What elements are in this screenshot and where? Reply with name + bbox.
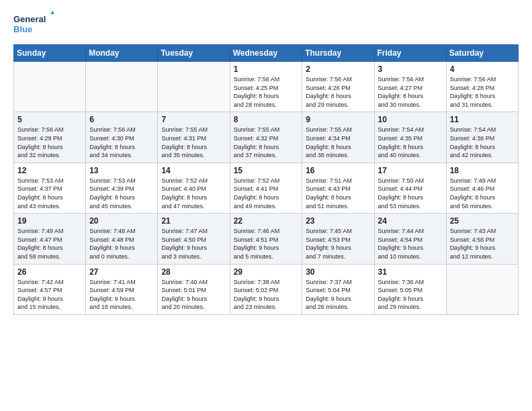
day-number: 29 <box>234 267 299 277</box>
calendar-cell: 31Sunrise: 7:36 AM Sunset: 5:05 PM Dayli… <box>374 264 446 314</box>
day-number: 20 <box>89 216 154 226</box>
day-info: Sunrise: 7:48 AM Sunset: 4:48 PM Dayligh… <box>89 227 154 261</box>
day-info: Sunrise: 7:43 AM Sunset: 4:56 PM Dayligh… <box>450 227 515 261</box>
week-row-2: 5Sunrise: 7:56 AM Sunset: 4:29 PM Daylig… <box>14 112 519 163</box>
calendar-cell <box>446 264 518 314</box>
weekday-header-wednesday: Wednesday <box>230 45 302 62</box>
day-info: Sunrise: 7:42 AM Sunset: 4:57 PM Dayligh… <box>17 278 82 312</box>
day-number: 18 <box>450 166 515 175</box>
calendar-cell: 21Sunrise: 7:47 AM Sunset: 4:50 PM Dayli… <box>158 214 230 264</box>
day-info: Sunrise: 7:56 AM Sunset: 4:28 PM Dayligh… <box>450 75 515 109</box>
svg-text:General: General <box>13 14 46 24</box>
week-row-3: 12Sunrise: 7:53 AM Sunset: 4:37 PM Dayli… <box>14 163 519 213</box>
calendar-cell: 10Sunrise: 7:54 AM Sunset: 4:35 PM Dayli… <box>374 112 446 163</box>
day-info: Sunrise: 7:56 AM Sunset: 4:30 PM Dayligh… <box>89 126 154 159</box>
calendar-cell: 11Sunrise: 7:54 AM Sunset: 4:36 PM Dayli… <box>446 112 518 163</box>
calendar-cell: 30Sunrise: 7:37 AM Sunset: 5:04 PM Dayli… <box>302 264 374 314</box>
calendar-cell: 7Sunrise: 7:55 AM Sunset: 4:31 PM Daylig… <box>158 112 230 163</box>
day-number: 19 <box>17 216 82 226</box>
calendar-cell: 14Sunrise: 7:52 AM Sunset: 4:40 PM Dayli… <box>158 163 230 213</box>
day-number: 21 <box>161 216 226 226</box>
day-number: 13 <box>89 166 154 175</box>
calendar-cell: 4Sunrise: 7:56 AM Sunset: 4:28 PM Daylig… <box>446 62 518 112</box>
day-info: Sunrise: 7:50 AM Sunset: 4:44 PM Dayligh… <box>378 177 443 210</box>
weekday-header-sunday: Sunday <box>14 45 86 62</box>
calendar-cell: 15Sunrise: 7:52 AM Sunset: 4:41 PM Dayli… <box>230 163 302 213</box>
week-row-4: 19Sunrise: 7:49 AM Sunset: 4:47 PM Dayli… <box>14 214 519 264</box>
weekday-header-thursday: Thursday <box>302 45 374 62</box>
calendar-cell: 12Sunrise: 7:53 AM Sunset: 4:37 PM Dayli… <box>14 163 86 213</box>
calendar-cell: 26Sunrise: 7:42 AM Sunset: 4:57 PM Dayli… <box>14 264 86 314</box>
calendar-cell: 24Sunrise: 7:44 AM Sunset: 4:54 PM Dayli… <box>374 214 446 264</box>
calendar-cell: 23Sunrise: 7:45 AM Sunset: 4:53 PM Dayli… <box>302 214 374 264</box>
calendar-cell: 16Sunrise: 7:51 AM Sunset: 4:43 PM Dayli… <box>302 163 374 213</box>
day-info: Sunrise: 7:55 AM Sunset: 4:34 PM Dayligh… <box>306 126 370 159</box>
day-info: Sunrise: 7:53 AM Sunset: 4:37 PM Dayligh… <box>17 177 82 210</box>
calendar-cell: 13Sunrise: 7:53 AM Sunset: 4:39 PM Dayli… <box>86 163 158 213</box>
day-info: Sunrise: 7:56 AM Sunset: 4:26 PM Dayligh… <box>306 75 370 109</box>
week-row-5: 26Sunrise: 7:42 AM Sunset: 4:57 PM Dayli… <box>14 264 519 314</box>
calendar-cell: 18Sunrise: 7:49 AM Sunset: 4:46 PM Dayli… <box>446 163 518 213</box>
day-info: Sunrise: 7:44 AM Sunset: 4:54 PM Dayligh… <box>378 227 443 261</box>
day-number: 5 <box>17 115 82 124</box>
day-number: 28 <box>161 267 226 277</box>
day-info: Sunrise: 7:56 AM Sunset: 4:29 PM Dayligh… <box>17 126 82 159</box>
day-number: 15 <box>234 166 299 175</box>
day-info: Sunrise: 7:51 AM Sunset: 4:43 PM Dayligh… <box>306 177 370 210</box>
day-number: 23 <box>306 216 370 226</box>
calendar-cell: 1Sunrise: 7:56 AM Sunset: 4:25 PM Daylig… <box>230 62 302 112</box>
calendar-cell: 17Sunrise: 7:50 AM Sunset: 4:44 PM Dayli… <box>374 163 446 213</box>
weekday-header-row: SundayMondayTuesdayWednesdayThursdayFrid… <box>14 45 519 62</box>
day-number: 16 <box>306 166 370 175</box>
day-info: Sunrise: 7:55 AM Sunset: 4:32 PM Dayligh… <box>234 126 299 159</box>
day-info: Sunrise: 7:47 AM Sunset: 4:50 PM Dayligh… <box>161 227 226 261</box>
weekday-header-saturday: Saturday <box>446 45 518 62</box>
day-info: Sunrise: 7:54 AM Sunset: 4:36 PM Dayligh… <box>450 126 515 159</box>
day-number: 11 <box>450 115 515 124</box>
day-info: Sunrise: 7:56 AM Sunset: 4:25 PM Dayligh… <box>234 75 299 109</box>
day-info: Sunrise: 7:52 AM Sunset: 4:40 PM Dayligh… <box>161 177 226 210</box>
day-info: Sunrise: 7:49 AM Sunset: 4:47 PM Dayligh… <box>17 227 82 261</box>
day-number: 27 <box>89 267 154 277</box>
day-number: 7 <box>161 115 226 124</box>
day-info: Sunrise: 7:52 AM Sunset: 4:41 PM Dayligh… <box>234 177 299 210</box>
logo: General Blue <box>13 11 54 38</box>
day-number: 30 <box>306 267 370 277</box>
calendar-cell: 2Sunrise: 7:56 AM Sunset: 4:26 PM Daylig… <box>302 62 374 112</box>
calendar-cell: 8Sunrise: 7:55 AM Sunset: 4:32 PM Daylig… <box>230 112 302 163</box>
day-number: 1 <box>234 64 299 74</box>
day-number: 26 <box>17 267 82 277</box>
day-info: Sunrise: 7:49 AM Sunset: 4:46 PM Dayligh… <box>450 177 515 210</box>
calendar-cell: 27Sunrise: 7:41 AM Sunset: 4:59 PM Dayli… <box>86 264 158 314</box>
day-info: Sunrise: 7:53 AM Sunset: 4:39 PM Dayligh… <box>89 177 154 210</box>
day-number: 3 <box>378 64 443 74</box>
header: General Blue <box>13 11 519 38</box>
day-info: Sunrise: 7:37 AM Sunset: 5:04 PM Dayligh… <box>306 278 370 312</box>
day-number: 8 <box>234 115 299 124</box>
calendar-cell: 19Sunrise: 7:49 AM Sunset: 4:47 PM Dayli… <box>14 214 86 264</box>
day-info: Sunrise: 7:46 AM Sunset: 4:51 PM Dayligh… <box>234 227 299 261</box>
page: General Blue SundayMondayTuesdayWednesda… <box>0 0 532 411</box>
calendar-cell: 29Sunrise: 7:38 AM Sunset: 5:02 PM Dayli… <box>230 264 302 314</box>
day-number: 4 <box>450 64 515 74</box>
day-number: 14 <box>161 166 226 175</box>
svg-marker-2 <box>50 11 54 14</box>
weekday-header-friday: Friday <box>374 45 446 62</box>
calendar-cell: 9Sunrise: 7:55 AM Sunset: 4:34 PM Daylig… <box>302 112 374 163</box>
day-info: Sunrise: 7:54 AM Sunset: 4:35 PM Dayligh… <box>378 126 443 159</box>
weekday-header-monday: Monday <box>86 45 158 62</box>
calendar-cell: 5Sunrise: 7:56 AM Sunset: 4:29 PM Daylig… <box>14 112 86 163</box>
calendar-cell <box>14 62 86 112</box>
calendar-cell: 3Sunrise: 7:56 AM Sunset: 4:27 PM Daylig… <box>374 62 446 112</box>
calendar-cell <box>158 62 230 112</box>
day-info: Sunrise: 7:41 AM Sunset: 4:59 PM Dayligh… <box>89 278 154 312</box>
calendar-cell <box>86 62 158 112</box>
calendar-cell: 6Sunrise: 7:56 AM Sunset: 4:30 PM Daylig… <box>86 112 158 163</box>
day-number: 31 <box>378 267 443 277</box>
day-number: 17 <box>378 166 443 175</box>
day-number: 9 <box>306 115 370 124</box>
day-info: Sunrise: 7:56 AM Sunset: 4:27 PM Dayligh… <box>378 75 443 109</box>
calendar-cell: 20Sunrise: 7:48 AM Sunset: 4:48 PM Dayli… <box>86 214 158 264</box>
day-info: Sunrise: 7:38 AM Sunset: 5:02 PM Dayligh… <box>234 278 299 312</box>
calendar: SundayMondayTuesdayWednesdayThursdayFrid… <box>13 44 519 315</box>
